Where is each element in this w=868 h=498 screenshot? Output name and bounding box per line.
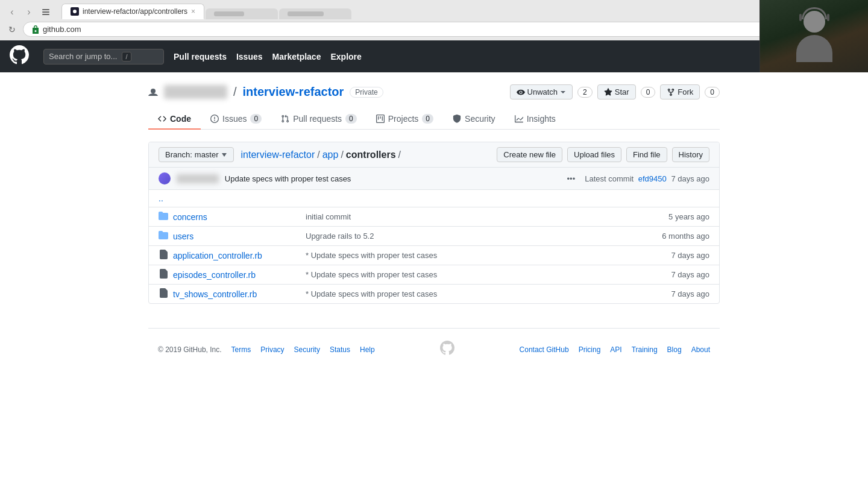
file-name-users[interactable]: users bbox=[173, 232, 306, 241]
inactive-tab-1[interactable] bbox=[206, 8, 278, 19]
svg-rect-0 bbox=[42, 9, 49, 10]
footer-help[interactable]: Help bbox=[360, 345, 375, 354]
issues-count: 0 bbox=[250, 114, 262, 124]
create-new-file-button[interactable]: Create new file bbox=[497, 147, 562, 162]
file-row: tv_shows_controller.rb * Update specs wi… bbox=[149, 285, 719, 303]
branch-selector[interactable]: Branch: master bbox=[159, 147, 234, 162]
tab-code-label: Code bbox=[170, 114, 191, 124]
footer-privacy[interactable]: Privacy bbox=[260, 345, 284, 354]
projects-icon bbox=[376, 115, 385, 123]
forward-button[interactable]: › bbox=[22, 5, 36, 19]
repo-owner[interactable]: username bbox=[164, 85, 227, 99]
active-browser-tab[interactable]: interview-refactor/app/controllers × bbox=[61, 4, 204, 19]
tab-close-button[interactable]: × bbox=[191, 7, 195, 16]
headphone-right-ear bbox=[827, 14, 829, 21]
nav-issues[interactable]: Issues bbox=[236, 52, 263, 61]
nav-marketplace[interactable]: Marketplace bbox=[272, 52, 321, 61]
browser-chrome: ‹ › interview-refactor/app/controllers ×… bbox=[0, 0, 868, 40]
tab-pull-requests[interactable]: Pull requests 0 bbox=[271, 109, 366, 130]
search-input[interactable]: Search or jump to... / bbox=[43, 49, 164, 65]
star-count: 0 bbox=[641, 87, 656, 98]
browser-tab-bar: ‹ › interview-refactor/app/controllers × bbox=[0, 0, 868, 19]
footer-contact-github[interactable]: Contact GitHub bbox=[520, 345, 569, 354]
fork-count: 0 bbox=[705, 87, 720, 98]
history-button[interactable]: History bbox=[672, 147, 709, 162]
breadcrumb: interview-refactor / app / controllers / bbox=[241, 150, 401, 160]
svg-point-6 bbox=[151, 89, 156, 93]
tab-insights[interactable]: Insights bbox=[505, 109, 565, 130]
person-body bbox=[796, 35, 832, 62]
file-time-application-controller: 7 days ago bbox=[649, 251, 709, 260]
repo-content: username / interview-refactor Private Un… bbox=[139, 72, 729, 383]
github-navbar: Search or jump to... / Pull requests Iss… bbox=[0, 40, 868, 72]
footer-security[interactable]: Security bbox=[294, 345, 320, 354]
github-logo[interactable] bbox=[10, 45, 29, 68]
file-name-episodes-controller[interactable]: episodes_controller.rb bbox=[173, 270, 306, 280]
tab-issues[interactable]: Issues 0 bbox=[201, 109, 271, 130]
headphone-left-ear bbox=[799, 14, 802, 21]
footer-links-right: Contact GitHub Pricing API Training Blog… bbox=[520, 345, 710, 354]
tab-pr-label: Pull requests bbox=[293, 114, 342, 124]
file-browser-actions: Create new file Upload files Find file H… bbox=[497, 147, 709, 162]
find-file-button[interactable]: Find file bbox=[626, 147, 667, 162]
branch-chevron-icon bbox=[221, 153, 227, 157]
latest-commit-row: username Update specs with proper test c… bbox=[149, 168, 719, 190]
tab-projects[interactable]: Projects 0 bbox=[366, 109, 443, 130]
breadcrumb-repo[interactable]: interview-refactor bbox=[241, 150, 315, 160]
footer-status[interactable]: Status bbox=[330, 345, 350, 354]
file-row: concerns initial commit 5 years ago bbox=[149, 207, 719, 227]
footer-terms[interactable]: Terms bbox=[231, 345, 251, 354]
address-text: github.com bbox=[43, 25, 81, 34]
file-name-application-controller[interactable]: application_controller.rb bbox=[173, 251, 306, 260]
tab-insights-label: Insights bbox=[527, 114, 556, 124]
page-footer: © 2019 GitHub, Inc. Terms Privacy Securi… bbox=[148, 328, 720, 371]
footer-about[interactable]: About bbox=[691, 345, 710, 354]
breadcrumb-sep-1: / bbox=[317, 150, 319, 160]
star-button[interactable]: Star bbox=[597, 84, 636, 99]
fork-icon bbox=[667, 88, 675, 96]
person-figure bbox=[796, 11, 832, 62]
commit-message[interactable]: Update specs with proper test cases bbox=[225, 174, 558, 183]
commit-author-avatar bbox=[159, 172, 171, 184]
commit-expand-dots[interactable]: ••• bbox=[564, 174, 579, 183]
nav-pull-requests[interactable]: Pull requests bbox=[174, 52, 227, 61]
file-name-tv-shows-controller[interactable]: tv_shows_controller.rb bbox=[173, 289, 306, 299]
watch-button[interactable]: Unwatch bbox=[510, 84, 573, 99]
star-label: Star bbox=[615, 87, 629, 96]
video-overlay bbox=[760, 0, 868, 72]
file-commit-application-controller: * Update specs with proper test cases bbox=[306, 251, 649, 260]
file-row: users Upgrade rails to 5.2 6 months ago bbox=[149, 227, 719, 246]
footer-api[interactable]: API bbox=[610, 345, 621, 354]
nav-explore[interactable]: Explore bbox=[330, 52, 361, 61]
video-feed bbox=[760, 0, 868, 72]
sidebar-button[interactable] bbox=[39, 5, 53, 19]
search-placeholder: Search or jump to... bbox=[49, 52, 117, 61]
footer-pricing[interactable]: Pricing bbox=[579, 345, 601, 354]
file-browser-header: Branch: master interview-refactor / app … bbox=[149, 142, 719, 168]
address-bar[interactable]: github.com bbox=[23, 22, 848, 37]
file-name-concerns[interactable]: concerns bbox=[173, 212, 306, 222]
tab-code[interactable]: Code bbox=[148, 109, 201, 130]
repo-name[interactable]: interview-refactor bbox=[243, 85, 344, 99]
footer-training[interactable]: Training bbox=[632, 345, 658, 354]
file-time-episodes-controller: 7 days ago bbox=[649, 270, 709, 279]
tab-projects-label: Projects bbox=[388, 114, 419, 124]
branch-label: Branch: bbox=[165, 150, 192, 159]
file-icon bbox=[159, 269, 168, 280]
tab-favicon bbox=[71, 7, 79, 16]
svg-rect-1 bbox=[42, 11, 49, 13]
footer-blog[interactable]: Blog bbox=[667, 345, 682, 354]
watch-chevron-icon bbox=[560, 89, 566, 95]
repo-visibility-badge: Private bbox=[350, 87, 383, 98]
breadcrumb-app[interactable]: app bbox=[322, 150, 339, 160]
commit-hash-link[interactable]: efd9450 bbox=[638, 174, 667, 183]
reload-button[interactable]: ↻ bbox=[5, 22, 19, 37]
parent-directory[interactable]: .. bbox=[149, 190, 719, 207]
code-icon bbox=[158, 115, 166, 123]
inactive-tab-2[interactable] bbox=[279, 8, 351, 19]
back-button[interactable]: ‹ bbox=[5, 5, 19, 19]
fork-button[interactable]: Fork bbox=[660, 84, 700, 99]
file-row: episodes_controller.rb * Update specs wi… bbox=[149, 265, 719, 285]
tab-security[interactable]: Security bbox=[443, 109, 505, 130]
upload-files-button[interactable]: Upload files bbox=[567, 147, 621, 162]
